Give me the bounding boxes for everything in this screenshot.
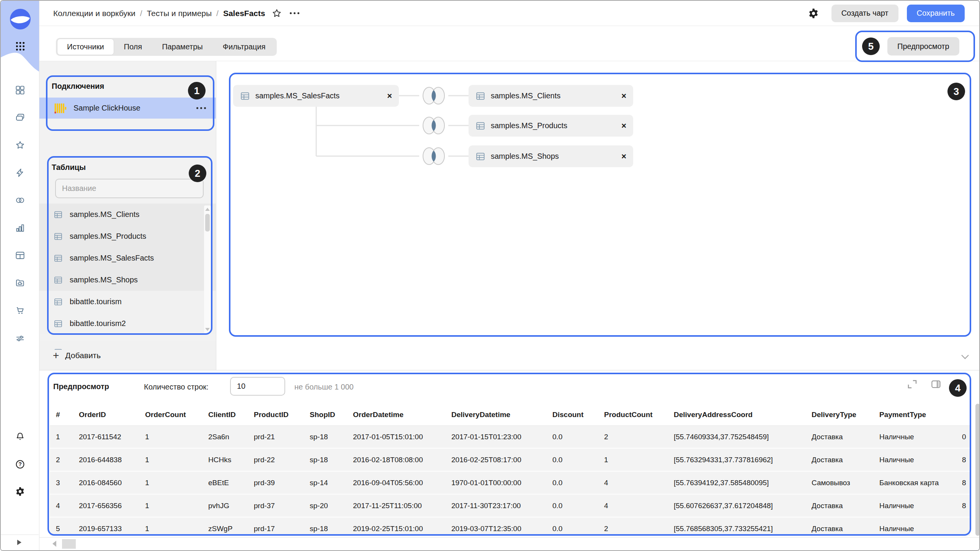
topbar-actions: Создать чарт Сохранить (808, 5, 979, 22)
dashboard-icon[interactable] (11, 81, 29, 99)
row-count-field (230, 377, 285, 396)
storage-folder-icon[interactable] (11, 274, 29, 292)
apps-grid-icon[interactable] (15, 41, 25, 51)
joined-table-card[interactable]: samples.MS_Shops × (469, 145, 633, 167)
joined-table-card[interactable]: samples.MS_Clients × (469, 85, 633, 107)
table-list-item[interactable]: samples.MS_Shops (39, 269, 216, 291)
collapse-preview-chevron-icon[interactable] (960, 354, 970, 360)
table-name: samples.MS_Shops (70, 276, 138, 284)
create-chart-button[interactable]: Создать чарт (831, 5, 898, 22)
preview-header-row: #OrderIDOrderCountClientIDProductIDShopI… (50, 404, 970, 426)
table-row: 52019-6571331zSWgPprd-17sp-182019-02-25T… (50, 517, 970, 536)
inner-join-icon[interactable] (419, 145, 448, 167)
help-icon[interactable]: ? (11, 455, 29, 473)
annotation-badge-5: 5 (862, 37, 880, 55)
cell: sp-18 (303, 426, 346, 448)
cell: HCHks (201, 448, 247, 471)
inner-join-icon[interactable] (419, 115, 448, 136)
tab-fields[interactable]: Поля (114, 39, 152, 55)
tab-parameters[interactable]: Параметры (152, 39, 213, 55)
play-icon[interactable] (15, 538, 24, 547)
plus-icon: + (53, 350, 59, 361)
column-header: ClientID (201, 404, 247, 426)
table-list-item[interactable]: bibattle.tourism (39, 291, 216, 313)
charts-icon[interactable] (11, 218, 29, 237)
connection-item[interactable]: Sample ClickHouse (39, 98, 216, 119)
cell: 4 (50, 494, 72, 517)
favorites-star-icon[interactable] (11, 136, 29, 154)
preview-title: Предпросмотр (53, 382, 109, 391)
connection-more-icon[interactable] (196, 103, 206, 113)
remove-table-icon[interactable]: × (387, 92, 392, 100)
remove-table-icon[interactable]: × (621, 122, 626, 130)
tab-filtering[interactable]: Фильтрация (213, 39, 276, 55)
table-row: 42017-6563561pvhJGprd-37sp-202017-11-25T… (50, 494, 970, 517)
tables-list-scrollbar[interactable] (204, 205, 211, 333)
table-icon (54, 232, 63, 241)
save-button[interactable]: Сохранить (907, 5, 965, 22)
preview-vertical-scrollbar[interactable] (975, 404, 980, 536)
cell: Доставка (805, 517, 872, 536)
more-menu-icon[interactable] (290, 8, 299, 18)
cell: 2017-611542 (72, 426, 138, 448)
connections-lightning-icon[interactable] (11, 163, 29, 182)
column-header: ShopID (303, 404, 346, 426)
cell: 2019-02-25T15:01:00 (346, 517, 444, 536)
cell: Самовывоз (805, 471, 872, 494)
cell: 2017-01-15T01:23:00 (444, 426, 546, 448)
joined-table-card[interactable]: samples.MS_Products × (469, 115, 633, 137)
connections-title: Подключения (52, 82, 104, 91)
add-table-button[interactable]: + Добавить (53, 348, 101, 363)
side-panel-layout-icon[interactable] (930, 378, 942, 390)
favorite-star-icon[interactable] (271, 8, 282, 19)
cell: [55.74609334,37.752548459] (667, 426, 805, 448)
collections-icon[interactable] (11, 108, 29, 127)
column-header: ProductCount (597, 404, 667, 426)
column-header: ProductID (247, 404, 303, 426)
horizontal-scrollbar (39, 537, 979, 551)
remove-table-icon[interactable]: × (621, 92, 626, 100)
datasets-venn-icon[interactable] (11, 191, 29, 209)
settings-sliders-icon[interactable] (11, 329, 29, 347)
dataset-editor-window: ? Коллекции и воркбуки / Тесты и примеры… (0, 0, 980, 551)
breadcrumb-workbook[interactable]: Тесты и примеры (147, 9, 212, 18)
table-list-item[interactable]: bibattle.tourism2 (39, 313, 216, 334)
bell-icon[interactable] (11, 427, 29, 446)
remove-table-icon[interactable]: × (621, 152, 626, 161)
dataset-settings-gear-icon[interactable] (808, 8, 819, 19)
row-count-input[interactable] (230, 377, 285, 396)
inner-join-icon[interactable] (419, 85, 448, 106)
gear-icon[interactable] (11, 482, 29, 500)
preview-toggle-button[interactable]: Предпросмотр (887, 37, 959, 55)
clickhouse-icon (54, 102, 67, 115)
cell: 0.0 (546, 426, 597, 448)
hscrollbar-thumb[interactable] (62, 539, 76, 549)
scroll-left-icon[interactable] (52, 541, 56, 547)
scroll-down-icon[interactable] (205, 328, 210, 331)
table-icon (54, 254, 63, 263)
cell: 1 (138, 517, 201, 536)
cell: [55.607626637,37.617204848] (667, 494, 805, 517)
scrollbar-thumb[interactable] (205, 214, 210, 231)
table-list-item[interactable]: samples.MS_Products (39, 225, 216, 247)
table-list-item[interactable]: samples.MS_Clients (39, 204, 216, 225)
cell: 1 (138, 448, 201, 471)
cell: 2017-11-25T11:05:00 (346, 494, 444, 517)
datalens-logo[interactable] (9, 8, 32, 31)
table-name: samples.MS_SalesFacts (70, 254, 154, 262)
column-header: DeliveryType (805, 404, 872, 426)
cell: Наличные (872, 517, 955, 536)
root-table-card[interactable]: samples.MS_SalesFacts × (233, 85, 399, 107)
tab-sources[interactable]: Источники (57, 39, 114, 55)
marketplace-cart-icon[interactable] (11, 301, 29, 320)
cell: sp-14 (303, 471, 346, 494)
cell: prd-22 (247, 448, 303, 471)
table-search-input[interactable] (55, 179, 204, 198)
table-search (55, 179, 204, 198)
joined-table-name: samples.MS_Clients (491, 91, 560, 100)
table-list-item[interactable]: samples.MS_SalesFacts (39, 247, 216, 269)
breadcrumb-collections[interactable]: Коллекции и воркбуки (53, 9, 136, 18)
scroll-up-icon[interactable] (205, 208, 210, 211)
table-grid-icon[interactable] (11, 246, 29, 264)
expand-preview-icon[interactable] (906, 378, 918, 390)
